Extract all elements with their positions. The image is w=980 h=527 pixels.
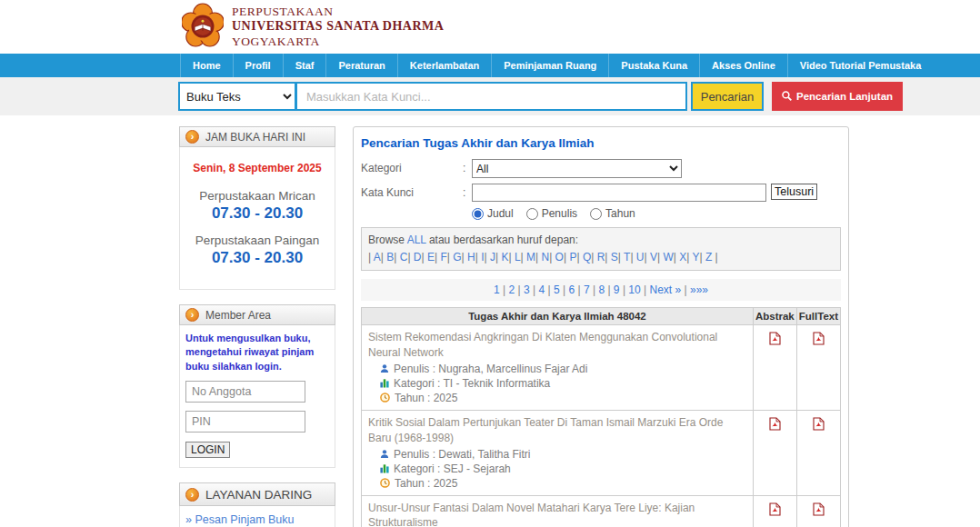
quick-search-bar: Buku Teks Pencarian Pencarian Lanjutan: [0, 77, 980, 115]
page-link[interactable]: 6: [568, 283, 583, 296]
nav-item[interactable]: Home: [180, 54, 233, 77]
page-link[interactable]: 1: [494, 283, 508, 296]
nav-item[interactable]: Peminjaman Ruang: [491, 54, 608, 77]
letter-link[interactable]: J: [485, 251, 495, 264]
letter-link[interactable]: Y: [686, 251, 699, 264]
letter-link[interactable]: Z: [699, 251, 712, 264]
letter-link[interactable]: L: [508, 251, 520, 264]
chevron-right-icon: ›: [185, 488, 199, 502]
year-clock-icon: [380, 478, 390, 488]
keyword-search-input[interactable]: [296, 82, 687, 111]
nav-item[interactable]: Profil: [233, 54, 283, 77]
university-logo-icon: [182, 3, 224, 52]
letter-link[interactable]: U: [630, 251, 644, 264]
browse-line: Browse ALL atau berdasarkan huruf depan:: [368, 232, 834, 249]
location-name: Perpustakaan Mrican: [184, 189, 331, 203]
library-location: Perpustakaan Mrican 07.30 - 20.30: [184, 189, 331, 223]
katakunci-input[interactable]: [472, 184, 766, 202]
letter-link[interactable]: P: [564, 251, 576, 264]
letter-link[interactable]: F: [435, 251, 447, 264]
result-year: Tahun : 2025: [395, 392, 457, 404]
page-link[interactable]: 10: [628, 283, 649, 296]
fulltext-pdf-icon[interactable]: [813, 417, 825, 433]
nav-item[interactable]: Staf: [283, 54, 326, 77]
advanced-search-button[interactable]: Pencarian Lanjutan: [772, 82, 903, 111]
result-row: Kritik Sosial Dalam Pertunjukan Teater D…: [362, 410, 841, 495]
page-link[interactable]: 9: [614, 283, 628, 296]
search-button[interactable]: Pencarian: [691, 82, 764, 111]
result-row: Sistem Rekomendasi Angkringan Di Klaten …: [362, 325, 841, 411]
letter-link[interactable]: I: [475, 251, 485, 264]
page-link[interactable]: 3: [524, 283, 538, 296]
results-table: Tugas Akhir dan Karya Ilmiah 48042 Abstr…: [361, 307, 841, 527]
letter-link[interactable]: T: [618, 251, 631, 264]
member-number-input[interactable]: [185, 381, 305, 403]
nav-item[interactable]: Peraturan: [325, 54, 396, 77]
telusuri-button[interactable]: Telusuri: [771, 184, 817, 200]
page-link[interactable]: 2: [508, 283, 523, 296]
fulltext-pdf-icon[interactable]: [813, 332, 825, 348]
page-link[interactable]: 7: [584, 283, 598, 296]
location-hours: 07.30 - 20.30: [184, 204, 331, 223]
service-link[interactable]: » Pesan Pinjam Buku: [185, 512, 329, 527]
letter-link[interactable]: Q: [576, 251, 591, 264]
letter-link[interactable]: M: [521, 251, 535, 264]
page-link[interactable]: Next »: [650, 283, 690, 296]
login-button[interactable]: LOGIN: [185, 442, 230, 458]
nav-item[interactable]: Keterlambatan: [397, 54, 491, 77]
letter-link[interactable]: W: [657, 251, 674, 264]
radio-judul[interactable]: Judul: [472, 207, 514, 220]
abstrak-pdf-icon[interactable]: [769, 332, 781, 348]
letter-link[interactable]: R: [591, 251, 605, 264]
library-location: Perpustakaan Paingan 07.30 - 20.30: [184, 234, 331, 267]
page-link[interactable]: 4: [538, 283, 553, 296]
main-panel: Pencarian Tugas Akhir dan Karya Ilmiah K…: [353, 126, 849, 527]
letter-link[interactable]: C: [394, 251, 407, 264]
search-category-select[interactable]: Buku Teks: [178, 82, 296, 111]
site-title-line2: UNIVERSITAS SANATA DHARMA: [232, 19, 444, 35]
page-header: PERPUSTAKAAN UNIVERSITAS SANATA DHARMA Y…: [0, 0, 980, 54]
kategori-select[interactable]: All: [472, 159, 682, 178]
result-title-link[interactable]: Kritik Sosial Dalam Pertunjukan Teater D…: [368, 415, 746, 446]
letter-link[interactable]: G: [447, 251, 462, 264]
opening-hours-header: › JAM BUKA HARI INI: [179, 126, 335, 147]
page-link[interactable]: »»»: [690, 283, 708, 296]
letter-link[interactable]: K: [495, 251, 508, 264]
page-link[interactable]: 8: [598, 283, 613, 296]
opening-hours-title: JAM BUKA HARI INI: [205, 131, 305, 144]
member-area-title: Member Area: [205, 309, 271, 322]
fulltext-pdf-icon[interactable]: [813, 502, 825, 519]
category-chart-icon: [380, 463, 389, 473]
service-link-label: Pesan Pinjam Buku: [195, 513, 294, 526]
letter-link[interactable]: V: [645, 251, 657, 264]
result-title-link[interactable]: Unsur-Unsur Fantasi Dalam Novel Matahari…: [368, 501, 746, 527]
radio-tahun[interactable]: Tahun: [590, 207, 635, 220]
page-title: Pencarian Tugas Akhir dan Karya Ilmiah: [361, 136, 841, 150]
letter-link[interactable]: H: [462, 251, 475, 264]
abstrak-pdf-icon[interactable]: [769, 417, 781, 433]
year-clock-icon: [380, 393, 390, 403]
site-title-line3: YOGYAKARTA: [232, 35, 444, 49]
nav-item[interactable]: Akses Online: [699, 54, 787, 77]
pin-input[interactable]: [185, 411, 305, 433]
nav-item[interactable]: Pustaka Kuna: [608, 54, 699, 77]
member-area-section: › Member Area Untuk mengusulkan buku, me…: [179, 304, 335, 468]
letter-link[interactable]: O: [549, 251, 564, 264]
browse-all-link[interactable]: ALL: [407, 234, 426, 246]
result-title-link[interactable]: Sistem Rekomendasi Angkringan Di Klaten …: [368, 330, 746, 361]
letter-link[interactable]: E: [422, 251, 435, 264]
letter-link[interactable]: B: [381, 251, 394, 264]
letter-link[interactable]: S: [605, 251, 617, 264]
radio-penulis[interactable]: Penulis: [526, 207, 577, 220]
author-icon: [380, 449, 389, 459]
letter-link[interactable]: N: [535, 251, 549, 264]
magnifier-icon: [782, 91, 792, 103]
letter-link[interactable]: X: [674, 251, 686, 264]
letter-link[interactable]: A: [368, 251, 381, 264]
online-services-title: LAYANAN DARING: [205, 488, 312, 502]
page-link[interactable]: 5: [554, 283, 568, 296]
nav-item[interactable]: Video Tutorial Pemustaka: [787, 54, 933, 77]
letter-link[interactable]: D: [407, 251, 421, 264]
fulltext-column-header: FullText: [796, 308, 840, 325]
abstrak-pdf-icon[interactable]: [769, 502, 781, 519]
